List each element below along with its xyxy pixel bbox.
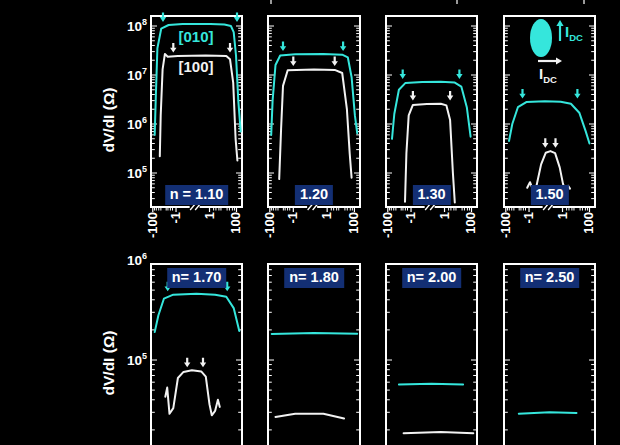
x-tick-label: -100 xyxy=(146,212,159,238)
x-tick-label: -100 xyxy=(381,212,394,238)
arrow-down-icon xyxy=(200,358,206,368)
filling-factor-label: n= 2.50 xyxy=(520,268,580,288)
curve-010 xyxy=(272,333,358,334)
arrow-down-icon xyxy=(340,42,346,52)
panel-frame xyxy=(151,264,242,445)
direction-label: [100] xyxy=(178,59,213,74)
x-tick-label: 1 xyxy=(556,212,569,219)
filling-factor-label: 1.50 xyxy=(530,185,568,205)
plot-panel: -100-11100n = 1.10[010][100] xyxy=(150,15,243,208)
arrow-down-icon xyxy=(447,91,453,101)
arrow-down-icon xyxy=(234,12,240,22)
filling-factor-label: n = 1.10 xyxy=(165,185,229,205)
y-tick-label: 106 xyxy=(95,114,147,134)
filling-factor-label: n= 1.70 xyxy=(167,268,227,288)
x-tick-label: -1 xyxy=(522,212,535,224)
x-tick-label: 1 xyxy=(203,212,216,219)
y-tick-label: 106 xyxy=(95,250,147,270)
x-tick-label: 100 xyxy=(464,212,477,234)
panel-plot-area xyxy=(267,263,361,445)
panel-plot-area xyxy=(267,15,361,208)
panel-frame xyxy=(504,264,595,445)
curve-010 xyxy=(509,101,590,143)
curve-010 xyxy=(519,412,577,414)
idc-right-arrow-icon xyxy=(556,57,562,64)
x-tick-label: 100 xyxy=(347,212,360,234)
arrow-down-icon xyxy=(184,358,190,368)
stray-tick xyxy=(583,0,585,4)
sample-ellipse-icon xyxy=(530,19,552,57)
idc-label: IDC xyxy=(539,66,557,85)
plot-panel: -100-111001.20 xyxy=(267,15,361,208)
arrow-down-icon xyxy=(574,89,580,99)
arrow-down-icon xyxy=(290,57,296,67)
x-tick-label: -100 xyxy=(499,212,512,238)
curve-100 xyxy=(276,414,345,419)
curve-010 xyxy=(399,384,463,385)
panel-plot-area xyxy=(385,263,478,445)
plot-panel: n= 1.80 xyxy=(267,263,361,445)
y-tick-label: 105 xyxy=(95,163,147,183)
panel-plot-area xyxy=(385,15,478,208)
x-tick-label: -100 xyxy=(263,212,276,238)
plot-panel: -100-111001.30 xyxy=(385,15,478,208)
curve-010 xyxy=(392,82,471,139)
plot-panel: n= 1.70 xyxy=(150,263,243,445)
arrow-down-icon xyxy=(519,89,525,99)
y-tick-label: 107 xyxy=(95,65,147,85)
filling-factor-label: n= 1.80 xyxy=(284,268,344,288)
x-tick-label: -1 xyxy=(404,212,417,224)
y-tick-label: 108 xyxy=(95,16,147,36)
panel-plot-area xyxy=(503,263,596,445)
curve-100 xyxy=(404,432,474,433)
curve-100 xyxy=(279,69,351,179)
x-tick-label: -1 xyxy=(286,212,299,224)
idc-up-arrow-icon xyxy=(556,20,563,26)
y-tick-label: 105 xyxy=(95,350,147,370)
arrow-down-icon xyxy=(552,138,558,148)
idc-label: IDC xyxy=(565,24,583,43)
plot-panel: -100-111001.50IDCIDC xyxy=(503,15,596,208)
stray-tick xyxy=(270,0,272,4)
x-tick-label: 1 xyxy=(438,212,451,219)
arrow-down-icon xyxy=(410,91,416,101)
arrow-down-icon xyxy=(280,42,286,52)
arrow-down-icon xyxy=(456,69,462,79)
panel-plot-area xyxy=(150,263,243,445)
x-tick-label: 100 xyxy=(229,212,242,234)
plot-panel: n= 2.50 xyxy=(503,263,596,445)
filling-factor-label: 1.20 xyxy=(295,185,333,205)
arrow-down-icon xyxy=(542,138,548,148)
panel-frame xyxy=(268,264,360,445)
panel-frame xyxy=(386,264,477,445)
filling-factor-label: 1.30 xyxy=(412,185,450,205)
arrow-down-icon xyxy=(170,43,176,53)
x-tick-label: 100 xyxy=(582,212,595,234)
panel-plot-area xyxy=(503,15,596,208)
panel-frame xyxy=(386,16,477,207)
direction-label: [010] xyxy=(178,29,213,44)
figure-canvas: dV/dI (Ω) dV/dI (Ω) 108107106105106105-1… xyxy=(0,0,620,445)
curve-010 xyxy=(155,294,240,332)
x-tick-label: -1 xyxy=(169,212,182,224)
arrow-down-icon xyxy=(400,69,406,79)
curve-100 xyxy=(165,370,220,415)
stray-tick xyxy=(456,0,458,4)
filling-factor-label: n= 2.00 xyxy=(402,268,462,288)
panel-frame xyxy=(151,16,242,207)
arrow-down-icon xyxy=(332,57,338,67)
arrow-down-icon xyxy=(160,12,166,22)
x-tick-label: 1 xyxy=(320,212,333,219)
plot-panel: n= 2.00 xyxy=(385,263,478,445)
arrow-down-icon xyxy=(227,43,233,53)
